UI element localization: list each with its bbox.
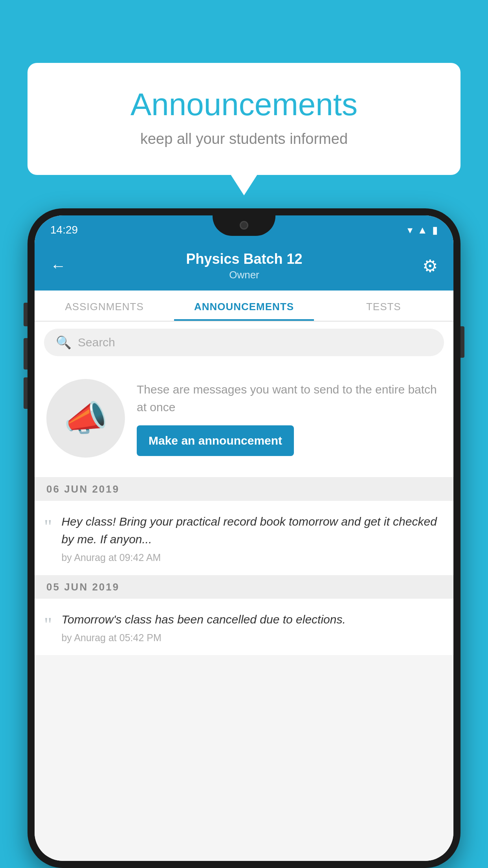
announcement-text-group-1: Hey class! Bring your practical record b… bbox=[61, 513, 442, 563]
announcement-message-1: Hey class! Bring your practical record b… bbox=[61, 513, 442, 548]
date-separator-2: 05 JUN 2019 bbox=[35, 576, 453, 599]
date-separator-1: 06 JUN 2019 bbox=[35, 478, 453, 501]
search-bar-wrapper: 🔍 Search bbox=[35, 322, 453, 363]
quote-icon-2: " bbox=[44, 613, 52, 636]
bubble-title: Announcements bbox=[59, 86, 429, 123]
front-camera bbox=[240, 221, 248, 230]
volume-up-button bbox=[24, 303, 28, 326]
tab-tests[interactable]: TESTS bbox=[314, 291, 453, 321]
tab-announcements[interactable]: ANNOUNCEMENTS bbox=[174, 291, 314, 321]
announcement-description: These are messages you want to send to t… bbox=[137, 381, 442, 416]
signal-icon: ▲ bbox=[417, 224, 427, 236]
phone-mockup: 14:29 ▾ ▲ ▮ ← Physics Batch 12 Owner ⚙ bbox=[28, 208, 460, 868]
search-bar[interactable]: 🔍 Search bbox=[44, 329, 444, 356]
tabs-bar: ASSIGNMENTS ANNOUNCEMENTS TESTS bbox=[35, 291, 453, 322]
speech-bubble-card: Announcements keep all your students inf… bbox=[28, 63, 460, 175]
announcement-prompt-right: These are messages you want to send to t… bbox=[137, 381, 442, 456]
power-button bbox=[460, 326, 464, 358]
announcement-item-1: " Hey class! Bring your practical record… bbox=[35, 501, 453, 576]
phone-screen: 14:29 ▾ ▲ ▮ ← Physics Batch 12 Owner ⚙ bbox=[35, 215, 453, 861]
batch-role: Owner bbox=[66, 269, 422, 281]
content-area: 🔍 Search 📣 These are messages you want t… bbox=[35, 322, 453, 861]
quote-icon-1: " bbox=[44, 515, 52, 538]
header-title-group: Physics Batch 12 Owner bbox=[66, 251, 422, 281]
status-icons: ▾ ▲ ▮ bbox=[407, 224, 438, 236]
megaphone-icon: 📣 bbox=[64, 398, 108, 439]
wifi-icon: ▾ bbox=[407, 224, 413, 236]
status-time: 14:29 bbox=[50, 224, 78, 236]
silent-button bbox=[24, 377, 28, 409]
speech-bubble-section: Announcements keep all your students inf… bbox=[28, 63, 460, 175]
search-placeholder: Search bbox=[78, 336, 115, 349]
announcement-message-2: Tomorrow's class has been cancelled due … bbox=[61, 611, 442, 628]
settings-button[interactable]: ⚙ bbox=[422, 256, 438, 276]
volume-down-button bbox=[24, 338, 28, 370]
batch-title: Physics Batch 12 bbox=[66, 251, 422, 267]
phone-outer-shell: 14:29 ▾ ▲ ▮ ← Physics Batch 12 Owner ⚙ bbox=[28, 208, 460, 868]
bubble-subtitle: keep all your students informed bbox=[59, 131, 429, 147]
announcement-meta-1: by Anurag at 09:42 AM bbox=[61, 552, 442, 563]
announcement-item-2: " Tomorrow's class has been cancelled du… bbox=[35, 599, 453, 656]
battery-icon: ▮ bbox=[432, 224, 438, 236]
phone-notch bbox=[213, 215, 275, 236]
announcement-meta-2: by Anurag at 05:42 PM bbox=[61, 632, 442, 644]
back-button[interactable]: ← bbox=[50, 257, 66, 275]
make-announcement-button[interactable]: Make an announcement bbox=[137, 425, 294, 456]
announcement-prompt-card: 📣 These are messages you want to send to… bbox=[35, 363, 453, 478]
search-icon: 🔍 bbox=[56, 335, 72, 350]
announcement-text-group-2: Tomorrow's class has been cancelled due … bbox=[61, 611, 442, 644]
tab-assignments[interactable]: ASSIGNMENTS bbox=[35, 291, 174, 321]
app-header: ← Physics Batch 12 Owner ⚙ bbox=[35, 243, 453, 291]
megaphone-circle: 📣 bbox=[46, 379, 125, 458]
